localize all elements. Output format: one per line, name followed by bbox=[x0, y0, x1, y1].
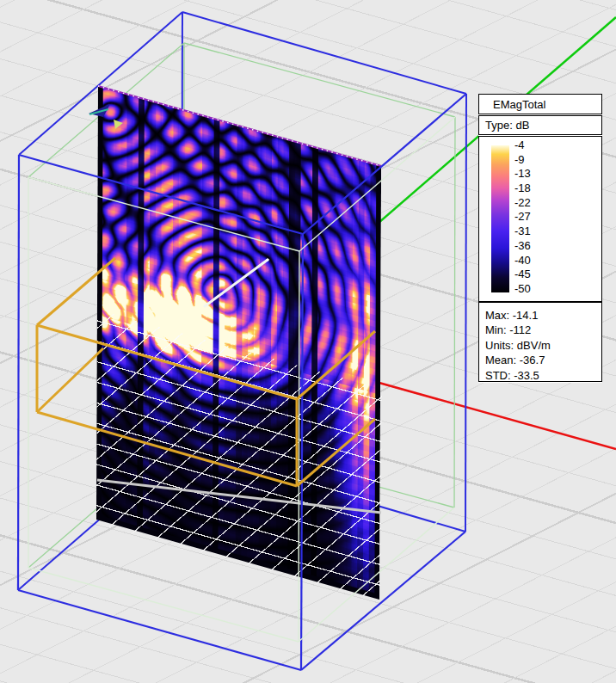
stat-min: Min: -112 bbox=[485, 323, 601, 337]
field-plane-top-edge bbox=[98, 86, 381, 166]
viewport-3d[interactable]: EMagTotal Type: dB -4 -9 -13 -18 -22 -27… bbox=[0, 0, 616, 683]
colorbar-tick: -18 bbox=[514, 182, 531, 194]
legend-stats: Max: -14.1 Min: -112 Units: dBV/m Mean: … bbox=[478, 302, 602, 382]
colorbar-tick: -13 bbox=[514, 168, 531, 180]
colorbar-tick: -27 bbox=[514, 211, 531, 223]
stat-std: STD: -33.5 bbox=[485, 368, 601, 383]
stat-mean: Mean: -36.7 bbox=[485, 353, 601, 367]
colorbar-tick: -31 bbox=[514, 225, 531, 237]
source-arrow-icon[interactable] bbox=[89, 104, 110, 117]
colorbar-gradient bbox=[491, 145, 509, 292]
stat-max: Max: -14.1 bbox=[485, 308, 601, 323]
sensor-triangle-icon[interactable] bbox=[114, 120, 123, 129]
legend-colorbar-cell: -4 -9 -13 -18 -22 -27 -31 -36 -40 -45 -5… bbox=[478, 136, 602, 302]
mesh-major-line bbox=[97, 480, 381, 513]
antenna-element[interactable] bbox=[205, 258, 269, 306]
colorbar-tick: -36 bbox=[514, 240, 531, 252]
colorbar-tick: -22 bbox=[514, 197, 531, 209]
results-legend-panel: EMagTotal Type: dB -4 -9 -13 -18 -22 -27… bbox=[478, 94, 602, 383]
colorbar-ticks: -4 -9 -13 -18 -22 -27 -31 -36 -40 -45 -5… bbox=[514, 139, 531, 295]
stat-units: Units: dBV/m bbox=[485, 338, 601, 353]
inner-boundary-box-front[interactable] bbox=[28, 117, 455, 642]
colorbar-tick: -45 bbox=[514, 268, 531, 280]
colorbar-tick: -40 bbox=[514, 255, 531, 267]
colorbar-tick: -9 bbox=[514, 154, 531, 166]
colorbar-tick: -50 bbox=[514, 283, 531, 295]
colorbar-tick: -4 bbox=[514, 139, 531, 151]
sensor-box-wireframe[interactable] bbox=[37, 258, 375, 486]
legend-type-label: Type: dB bbox=[478, 115, 602, 135]
legend-title: EMagTotal bbox=[478, 94, 602, 114]
